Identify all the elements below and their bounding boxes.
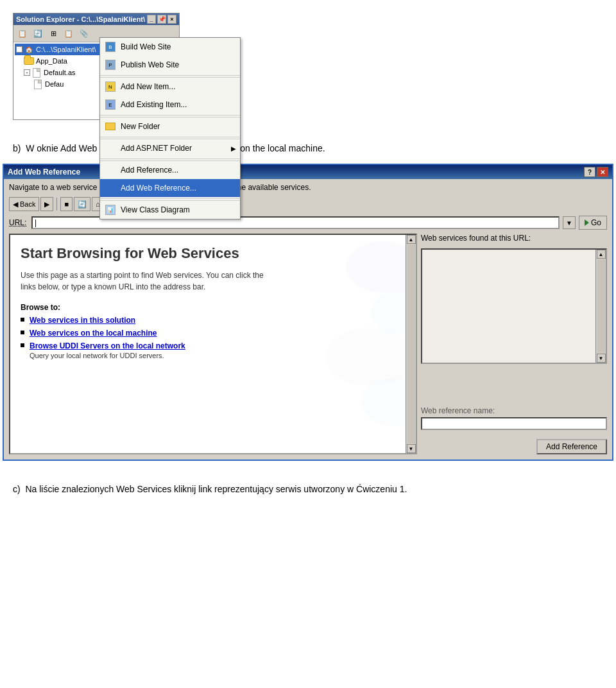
url-row: URL: ▼ Go — [9, 216, 607, 230]
tree-expand-default[interactable]: - — [24, 69, 30, 76]
browse-link-item-2: Web services on the local machine — [21, 329, 406, 338]
browse-link-item-1: Web services in this solution — [21, 316, 406, 325]
appdata-icon — [24, 56, 34, 66]
add-web-reference-dialog: Add Web Reference ? ✕ Navigate to a web … — [3, 164, 613, 461]
back-label: Back — [20, 200, 35, 208]
cm-icon-aspnet-folder — [103, 141, 118, 155]
dialog-body: Navigate to a web service URL and click … — [4, 179, 612, 460]
cm-icon-view-class-diagram: 📊 — [103, 203, 118, 217]
cm-label-add-existing: Add Existing Item... — [121, 100, 236, 109]
cm-label-new-folder: New Folder — [121, 122, 236, 131]
stop-btn[interactable]: ■ — [60, 197, 73, 211]
cm-label-build: Build Web Site — [121, 42, 236, 51]
se-pin-btn[interactable]: 📌 — [157, 15, 166, 24]
dialog-toolbar: ◀ Back ▶ ■ 🔄 ⌂ — [9, 196, 607, 212]
cm-arrow-aspnet: ▶ — [231, 145, 236, 152]
cm-item-add-reference[interactable]: Add Reference... — [100, 160, 240, 179]
browse-link-2[interactable]: Web services on the local machine — [30, 329, 157, 338]
rp-scroll-track[interactable] — [597, 259, 605, 353]
cm-label-add-new: Add New Item... — [121, 82, 236, 91]
go-label: Go — [591, 218, 601, 227]
cm-icon-add-new: N — [103, 80, 118, 94]
cm-item-new-folder[interactable]: New Folder — [100, 117, 240, 135]
rp-name-section: Web reference name: — [421, 406, 607, 430]
se-close-btn[interactable]: × — [167, 15, 176, 24]
browse-title: Start Browsing for Web Services — [21, 245, 406, 262]
forward-btn[interactable]: ▶ — [40, 197, 53, 211]
bullet-1 — [21, 318, 24, 322]
cm-item-aspnet-folder[interactable]: Add ASP.NET Folder ▶ — [100, 139, 240, 157]
cm-label-add-reference: Add Reference... — [121, 166, 236, 175]
refresh-btn[interactable]: 🔄 — [74, 197, 90, 211]
cm-item-add-new[interactable]: N Add New Item... — [100, 77, 240, 96]
cm-item-publish[interactable]: P Publish Web Site — [100, 56, 240, 74]
browse-link-3-sub: Query your local network for UDDI server… — [30, 352, 185, 359]
back-btn[interactable]: ◀ Back — [9, 197, 39, 211]
cm-item-view-class-diagram[interactable]: 📊 View Class Diagram — [100, 200, 240, 219]
context-menu: B Build Web Site P Publish Web Site N Ad… — [99, 37, 241, 219]
dialog-description: Navigate to a web service URL and click … — [9, 183, 607, 192]
cm-icon-publish: P — [103, 58, 118, 72]
stop-icon: ■ — [64, 200, 69, 208]
browse-link-1[interactable]: Web services in this solution — [30, 316, 135, 325]
se-titlebar-buttons: _ 📌 × — [147, 15, 176, 24]
browse-link-3-container: Browse UDDI Servers on the local network… — [30, 341, 185, 359]
default-as-icon — [31, 67, 42, 78]
rp-scroll-down[interactable]: ▼ — [597, 354, 606, 363]
cm-icon-add-reference — [103, 163, 118, 177]
bullet-3 — [21, 343, 24, 347]
se-item-default-as-label: Default.as — [44, 69, 76, 76]
se-toolbar-btn-3[interactable]: ⊞ — [46, 26, 60, 40]
dialog-titlebar: Add Web Reference ? ✕ — [4, 165, 612, 179]
go-arrow-icon — [585, 219, 589, 226]
section-b: b) W oknie Add Web Reference kliknij lin… — [0, 133, 616, 164]
cm-item-build[interactable]: B Build Web Site — [100, 38, 240, 56]
back-arrow-icon: ◀ — [13, 200, 18, 209]
solution-icon: 🏠 — [24, 44, 34, 55]
cm-icon-build: B — [103, 40, 118, 54]
toolbar-sep-1 — [56, 198, 57, 211]
se-toolbar-btn-4[interactable]: 📋 — [62, 26, 76, 40]
rp-name-input[interactable] — [421, 417, 607, 430]
dialog-help-btn[interactable]: ? — [584, 167, 595, 177]
go-btn[interactable]: Go — [579, 216, 607, 230]
tree-expand-root[interactable]: - — [16, 46, 22, 53]
dialog-title: Add Web Reference — [8, 168, 80, 176]
browse-desc: Use this page as a starting point to fin… — [21, 270, 277, 293]
url-dropdown[interactable]: ▼ — [563, 216, 576, 229]
cm-icon-add-web-reference — [103, 181, 118, 195]
rp-name-label: Web reference name: — [421, 406, 607, 415]
refresh-icon: 🔄 — [78, 200, 87, 209]
cm-label-view-class-diagram: View Class Diagram — [121, 205, 236, 214]
dialog-close-btn[interactable]: ✕ — [597, 167, 608, 177]
rp-add-section: Add Reference — [421, 439, 607, 454]
se-item-defau-label: Defau — [45, 80, 64, 88]
se-title-text: Solution Explorer - C:\...\SpalaniKlient… — [16, 15, 145, 23]
se-toolbar-btn-5[interactable]: 📎 — [77, 26, 91, 40]
dialog-wrapper: Add Web Reference ? ✕ Navigate to a web … — [0, 164, 616, 474]
add-reference-btn[interactable]: Add Reference — [536, 439, 607, 454]
right-panel: Web services found at this URL: ▲ ▼ Web … — [421, 234, 607, 454]
cm-item-add-existing[interactable]: E Add Existing Item... — [100, 96, 240, 114]
cm-label-publish: Publish Web Site — [121, 60, 236, 69]
browse-panel: ▲ ▼ Start Browsing for Web Services Use … — [9, 234, 417, 454]
se-titlebar: Solution Explorer - C:\...\SpalaniKlient… — [13, 13, 179, 25]
se-minimize-btn[interactable]: _ — [147, 15, 156, 24]
rp-services-label: Web services found at this URL: — [421, 234, 607, 243]
cm-icon-add-existing: E — [103, 98, 118, 112]
se-toolbar-btn-1[interactable]: 📋 — [15, 26, 30, 40]
browse-to-label: Browse to: — [21, 303, 406, 312]
se-item-appdata-label: App_Data — [36, 57, 67, 65]
browse-link-3[interactable]: Browse UDDI Servers on the local network — [30, 341, 185, 350]
section-a: Solution Explorer - C:\...\SpalaniKlient… — [0, 0, 616, 133]
cm-icon-new-folder — [103, 119, 118, 133]
rp-scroll-up[interactable]: ▲ — [597, 250, 606, 259]
browse-content: Start Browsing for Web Services Use this… — [10, 235, 416, 453]
section-d-text: c) Na liście znalezionych Web Services k… — [13, 484, 407, 494]
rp-listbox-scrollbar[interactable]: ▲ ▼ — [595, 250, 606, 363]
rp-services-listbox[interactable]: ▲ ▼ — [421, 248, 607, 364]
se-toolbar-btn-2[interactable]: 🔄 — [31, 26, 45, 40]
browse-links: Web services in this solution Web servic… — [21, 316, 406, 359]
cm-item-add-web-reference[interactable]: Add Web Reference... — [100, 179, 240, 197]
dialog-main: ▲ ▼ Start Browsing for Web Services Use … — [9, 234, 607, 454]
